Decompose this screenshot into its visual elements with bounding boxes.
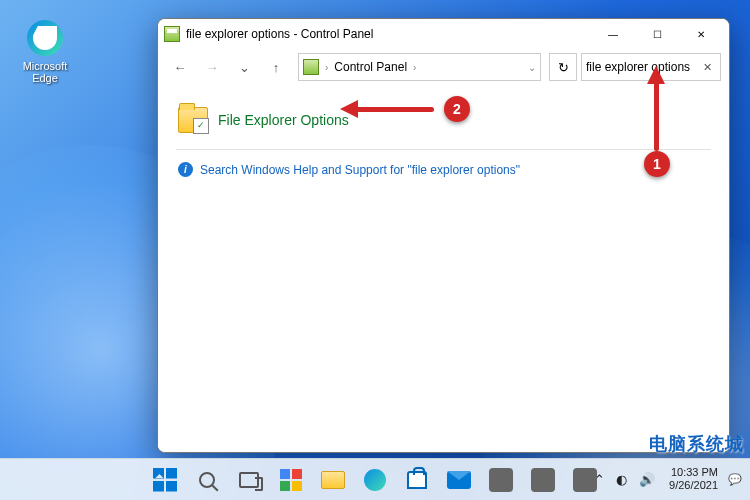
notifications-button[interactable]: 💬	[728, 473, 742, 486]
help-link-text: Search Windows Help and Support for "fil…	[200, 163, 520, 177]
result-file-explorer-options[interactable]: File Explorer Options	[176, 99, 711, 141]
app-icon	[489, 468, 513, 492]
folder-options-icon	[178, 107, 208, 133]
taskbar-mail[interactable]	[440, 461, 478, 499]
control-panel-icon	[164, 26, 180, 42]
taskbar-search[interactable]	[188, 461, 226, 499]
taskbar-app2[interactable]	[524, 461, 562, 499]
up-button[interactable]: ↑	[262, 53, 290, 81]
mail-icon	[447, 471, 471, 489]
windows-icon	[153, 468, 177, 492]
separator	[176, 149, 711, 150]
search-icon	[199, 472, 215, 488]
clear-search-icon[interactable]: ✕	[699, 61, 716, 74]
desktop-icon-edge[interactable]: Microsoft Edge	[15, 20, 75, 84]
content-area: File Explorer Options i Search Windows H…	[158, 85, 729, 452]
chevron-right-icon[interactable]: ›	[413, 62, 416, 73]
navigation-bar: ← → ⌄ ↑ › Control Panel › ⌄ ↻ ✕	[158, 49, 729, 85]
forward-button[interactable]: →	[198, 53, 226, 81]
store-icon	[407, 471, 427, 489]
refresh-button[interactable]: ↻	[549, 53, 577, 81]
address-bar[interactable]: › Control Panel › ⌄	[298, 53, 541, 81]
system-tray: ⌃ ◐ 🔊 10:33 PM 9/26/2021 💬	[594, 458, 742, 500]
task-view-button[interactable]	[230, 461, 268, 499]
close-button[interactable]: ✕	[679, 19, 723, 49]
search-input[interactable]	[586, 60, 699, 74]
taskbar-app1[interactable]	[482, 461, 520, 499]
task-view-icon	[239, 472, 259, 488]
result-title: File Explorer Options	[218, 112, 349, 128]
back-button[interactable]: ←	[166, 53, 194, 81]
maximize-button[interactable]: ☐	[635, 19, 679, 49]
tray-clock[interactable]: 10:33 PM 9/26/2021	[669, 466, 718, 492]
search-box[interactable]: ✕	[581, 53, 721, 81]
edge-icon	[364, 469, 386, 491]
address-icon	[303, 59, 319, 75]
edge-icon	[27, 20, 63, 56]
recent-dropdown[interactable]: ⌄	[230, 53, 258, 81]
watermark: 电脑系统城	[649, 432, 744, 456]
taskbar-explorer[interactable]	[314, 461, 352, 499]
taskbar: ⌃ ◐ 🔊 10:33 PM 9/26/2021 💬	[0, 458, 750, 500]
folder-icon	[321, 471, 345, 489]
minimize-button[interactable]: —	[591, 19, 635, 49]
control-panel-window: file explorer options - Control Panel — …	[157, 18, 730, 453]
search-help-link[interactable]: i Search Windows Help and Support for "f…	[176, 158, 711, 181]
address-dropdown-icon[interactable]: ⌄	[528, 62, 536, 73]
breadcrumb-root[interactable]: Control Panel	[334, 60, 407, 74]
taskbar-store[interactable]	[398, 461, 436, 499]
widgets-icon	[280, 469, 302, 491]
start-button[interactable]	[146, 461, 184, 499]
taskbar-edge[interactable]	[356, 461, 394, 499]
app-icon	[531, 468, 555, 492]
window-title: file explorer options - Control Panel	[186, 27, 591, 41]
titlebar[interactable]: file explorer options - Control Panel — …	[158, 19, 729, 49]
info-icon: i	[178, 162, 193, 177]
widgets-button[interactable]	[272, 461, 310, 499]
tray-status-icons[interactable]: ⌃ ◐ 🔊	[594, 472, 659, 487]
tray-time: 10:33 PM	[669, 466, 718, 479]
chevron-right-icon[interactable]: ›	[325, 62, 328, 73]
desktop-icon-label: Microsoft Edge	[15, 60, 75, 84]
tray-date: 9/26/2021	[669, 479, 718, 492]
